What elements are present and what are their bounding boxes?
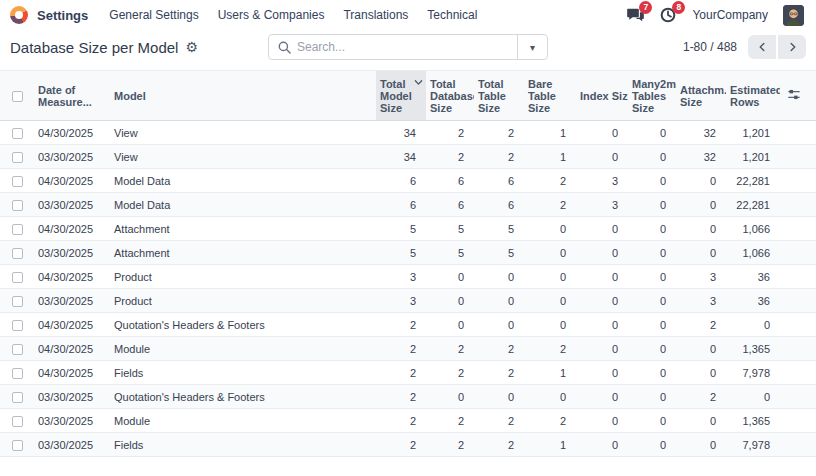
table-row[interactable]: 03/30/2025Quotation's Headers & Footers2… [0, 385, 816, 409]
cell-bare_table_size: 2 [524, 169, 576, 193]
nav-item-technical[interactable]: Technical [427, 8, 477, 22]
search-dropdown-toggle[interactable]: ▾ [517, 35, 547, 59]
row-checkbox[interactable] [12, 224, 23, 235]
cell-estimated_rows: 1,365 [726, 337, 780, 361]
cell-total_table_size: 2 [474, 409, 524, 433]
row-checkbox[interactable] [12, 416, 23, 427]
column-header-many2many_tables_size[interactable]: Many2m... Tables Size [628, 71, 676, 121]
column-header-total_table_size[interactable]: Total Table Size [474, 71, 524, 121]
cell-total_database_size: 2 [426, 409, 474, 433]
column-header-total_database_size[interactable]: Total Database Size [426, 71, 474, 121]
table-row[interactable]: 04/30/2025Product300000336 [0, 265, 816, 289]
table-row[interactable]: 04/30/2025Attachment55500001,066 [0, 217, 816, 241]
row-checkbox[interactable] [12, 248, 23, 259]
row-checkbox[interactable] [12, 296, 23, 307]
nav-item-translations[interactable]: Translations [343, 8, 408, 22]
row-checkbox[interactable] [12, 152, 23, 163]
row-checkbox[interactable] [12, 392, 23, 403]
company-switcher[interactable]: YourCompany [692, 8, 768, 22]
cell-model: Module [110, 337, 376, 361]
table-row[interactable]: 03/30/2025Product300000336 [0, 289, 816, 313]
nav-item-users-companies[interactable]: Users & Companies [218, 8, 325, 22]
odoo-settings-logo-icon[interactable] [10, 6, 28, 24]
row-spacer-cell [780, 145, 816, 169]
pager-next-button[interactable] [778, 35, 806, 59]
column-header-bare_table_size[interactable]: Bare Table Size [524, 71, 576, 121]
app-name-menu[interactable]: Settings [37, 8, 88, 23]
top-navbar: Settings General Settings Users & Compan… [0, 0, 816, 30]
cell-total_model_size: 34 [376, 145, 426, 169]
column-header-total_model_size[interactable]: Total Model Size [376, 71, 426, 121]
cell-attachment_size: 0 [676, 409, 726, 433]
cell-date_of_measure: 04/30/2025 [34, 217, 110, 241]
row-checkbox[interactable] [12, 440, 23, 451]
row-checkbox[interactable] [12, 128, 23, 139]
cell-attachment_size: 0 [676, 337, 726, 361]
cell-attachment_size: 32 [676, 145, 726, 169]
row-spacer-cell [780, 265, 816, 289]
row-checkbox[interactable] [12, 200, 23, 211]
cell-attachment_size: 0 [676, 433, 726, 457]
table-row[interactable]: 03/30/2025Attachment55500001,066 [0, 241, 816, 265]
cell-index_size: 0 [576, 409, 628, 433]
activities-button[interactable]: 8 [659, 6, 677, 24]
row-checkbox[interactable] [12, 176, 23, 187]
column-header-estimated_rows[interactable]: Estimated Rows [726, 71, 780, 121]
adjust-columns-button[interactable] [787, 88, 811, 104]
search-input[interactable] [297, 40, 517, 54]
nav-menu: General Settings Users & Companies Trans… [109, 8, 477, 22]
row-spacer-cell [780, 361, 816, 385]
row-spacer-cell [780, 241, 816, 265]
cell-attachment_size: 0 [676, 169, 726, 193]
table-header-row: Date of Measure...ModelTotal Model SizeT… [0, 71, 816, 121]
pager-previous-button[interactable] [748, 35, 776, 59]
user-avatar[interactable] [783, 5, 804, 26]
avatar-image [783, 5, 804, 26]
cell-attachment_size: 3 [676, 289, 726, 313]
table-row[interactable]: 04/30/2025View3422100321,201 [0, 121, 816, 145]
cell-estimated_rows: 1,066 [726, 241, 780, 265]
table-row[interactable]: 04/30/2025Model Data666230022,281 [0, 169, 816, 193]
gear-icon[interactable]: ⚙ [185, 40, 198, 54]
column-header-date_of_measure[interactable]: Date of Measure... [34, 71, 110, 121]
cell-model: Product [110, 265, 376, 289]
cell-model: Attachment [110, 241, 376, 265]
cell-bare_table_size: 2 [524, 409, 576, 433]
row-checkbox[interactable] [12, 320, 23, 331]
table-row[interactable]: 03/30/2025Module22220001,365 [0, 409, 816, 433]
table-row[interactable]: 04/30/2025Fields22210007,978 [0, 361, 816, 385]
table-row[interactable]: 03/30/2025View3422100321,201 [0, 145, 816, 169]
cell-total_model_size: 2 [376, 361, 426, 385]
table-row[interactable]: 04/30/2025Module22220001,365 [0, 337, 816, 361]
column-header-index_size[interactable]: Index Size [576, 71, 628, 121]
row-checkbox[interactable] [12, 344, 23, 355]
select-all-checkbox[interactable] [12, 91, 23, 102]
nav-item-general-settings[interactable]: General Settings [109, 8, 198, 22]
cell-date_of_measure: 04/30/2025 [34, 337, 110, 361]
column-header-model[interactable]: Model [110, 71, 376, 121]
cell-model: Fields [110, 433, 376, 457]
table-row[interactable]: 04/30/2025Quotation's Headers & Footers2… [0, 313, 816, 337]
row-select-cell [0, 313, 34, 337]
row-checkbox[interactable] [12, 272, 23, 283]
cell-index_size: 0 [576, 289, 628, 313]
messages-button[interactable]: 7 [626, 6, 644, 24]
cell-total_database_size: 2 [426, 337, 474, 361]
cell-model: Fields [110, 361, 376, 385]
row-select-cell [0, 385, 34, 409]
column-header-attachment_size[interactable]: Attachm... Size [676, 71, 726, 121]
cell-date_of_measure: 04/30/2025 [34, 121, 110, 145]
row-checkbox[interactable] [12, 368, 23, 379]
cell-many2many_tables_size: 0 [628, 193, 676, 217]
cell-date_of_measure: 04/30/2025 [34, 313, 110, 337]
cell-estimated_rows: 22,281 [726, 193, 780, 217]
cell-total_database_size: 5 [426, 217, 474, 241]
cell-bare_table_size: 0 [524, 313, 576, 337]
cell-many2many_tables_size: 0 [628, 169, 676, 193]
table-row[interactable]: 03/30/2025Fields22210007,978 [0, 433, 816, 457]
table-row[interactable]: 03/30/2025Model Data666230022,281 [0, 193, 816, 217]
cell-total_database_size: 2 [426, 145, 474, 169]
cell-total_database_size: 0 [426, 289, 474, 313]
row-spacer-cell [780, 217, 816, 241]
cell-many2many_tables_size: 0 [628, 145, 676, 169]
